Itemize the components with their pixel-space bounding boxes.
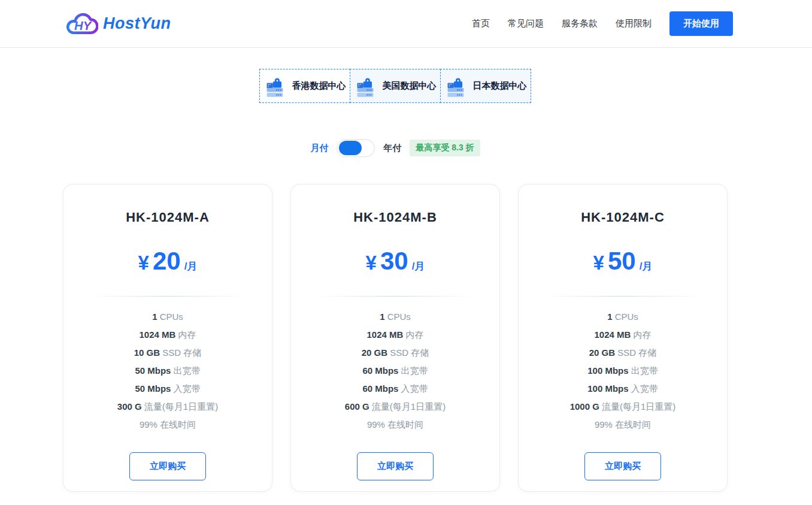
pricing-cards: HK-1024M-A ¥ 20 /月 1 CPUs1024 MB 内存10 GB… [63,184,728,492]
spec-value: 1 [380,312,384,322]
spec-label: 在线时间 [387,419,423,430]
spec-row: 1024 MB 内存 [570,330,676,339]
brand-logo[interactable]: HY HostYun [65,10,171,38]
plan-price: ¥ 50 /月 [593,247,653,276]
spec-label: 流量(每月1日重置) [602,401,675,412]
spec-value: 10 GB [134,347,160,358]
price-period: /月 [412,259,425,273]
spec-row: 100 Mbps 入宽带 [570,384,676,393]
spec-row: 10 GB SSD 存储 [117,348,218,357]
pricing-card: HK-1024M-A ¥ 20 /月 1 CPUs1024 MB 内存10 GB… [63,184,272,492]
price-amount: 30 [380,247,408,276]
spec-row: 99% 在线时间 [345,420,446,429]
spec-label: SSD 存储 [617,347,656,358]
plan-price: ¥ 20 /月 [138,247,198,276]
spec-value: 1024 MB [139,329,175,340]
spec-label: 在线时间 [615,419,651,430]
card-divider [317,296,474,297]
spec-label: CPUs [615,312,638,322]
spec-label: 流量(每月1日重置) [372,401,446,412]
nav-items: 首页常见问题服务条款使用限制 [472,18,652,29]
price-amount: 50 [608,247,636,276]
billing-period-toggle[interactable] [337,139,375,157]
spec-row: 1 CPUs [345,312,446,321]
price-amount: 20 [153,247,181,276]
spec-value: 50 Mbps [135,383,171,394]
nav-link[interactable]: 服务条款 [562,18,598,29]
spec-row: 1000 G 流量(每月1日重置) [570,402,676,411]
tab-label: 日本数据中心 [473,80,527,92]
plan-name: HK-1024M-A [126,210,210,225]
spec-value: 99% [367,419,385,430]
currency-symbol: ¥ [366,252,377,274]
buy-now-button[interactable]: 立即购买 [357,452,434,480]
spec-row: 100 Mbps 出宽带 [570,366,676,375]
toggle-knob [339,141,362,155]
spec-label: 出宽带 [174,365,201,376]
datacenter-tabs: 香港数据中心 [63,69,728,103]
spec-value: 20 GB [362,347,387,358]
spec-label: 入宽带 [631,383,658,394]
spec-value: 100 Mbps [587,383,628,394]
brand-name: HostYun [103,14,171,33]
get-started-button[interactable]: 开始使用 [669,11,733,36]
nav-link[interactable]: 常见问题 [508,18,544,29]
server-icon [263,75,286,98]
spec-value: 50 Mbps [135,365,171,376]
spec-row: 99% 在线时间 [570,420,676,429]
spec-label: 入宽带 [174,383,201,394]
buy-now-button[interactable]: 立即购买 [129,452,206,480]
spec-label: SSD 存储 [162,347,201,358]
top-header: HY HostYun 首页常见问题服务条款使用限制 开始使用 [0,0,812,48]
main-nav: 首页常见问题服务条款使用限制 开始使用 [472,11,733,36]
svg-text:HY: HY [74,19,93,32]
nav-link[interactable]: 使用限制 [616,18,652,29]
spec-label: 内存 [406,329,424,340]
tab-label: 美国数据中心 [383,80,437,92]
spec-value: 600 G [345,401,369,412]
spec-list: 1 CPUs1024 MB 内存20 GB SSD 存储100 Mbps 出宽带… [570,312,676,438]
spec-row: 50 Mbps 入宽带 [117,384,218,393]
discount-badge: 最高享受 8.3 折 [410,140,480,156]
spec-row: 20 GB SSD 存储 [570,348,676,357]
spec-row: 1024 MB 内存 [117,330,218,339]
spec-label: 内存 [178,329,196,340]
pricing-card: HK-1024M-B ¥ 30 /月 1 CPUs1024 MB 内存20 GB… [290,184,500,492]
nav-link[interactable]: 首页 [472,18,490,29]
spec-row: 1 CPUs [570,312,676,321]
spec-value: 20 GB [589,347,615,358]
spec-row: 60 Mbps 入宽带 [345,384,446,393]
spec-value: 300 G [117,401,142,412]
spec-row: 60 Mbps 出宽带 [345,366,446,375]
spec-value: 99% [595,419,613,430]
card-divider [544,296,701,297]
buy-now-button[interactable]: 立即购买 [584,452,661,480]
datacenter-tab[interactable]: 日本数据中心 [440,69,531,103]
spec-value: 99% [140,419,157,430]
spec-label: 流量(每月1日重置) [144,401,218,412]
plan-price: ¥ 30 /月 [366,247,425,276]
billing-toggle-row: 月付 年付 最高享受 8.3 折 [63,139,728,157]
spec-label: 出宽带 [631,365,658,376]
cloud-logo-icon: HY [65,10,98,38]
yearly-label: 年付 [383,143,401,154]
spec-row: 50 Mbps 出宽带 [117,366,218,375]
datacenter-tab[interactable]: 美国数据中心 [350,69,441,103]
plan-name: HK-1024M-C [581,210,665,225]
price-period: /月 [184,259,198,273]
spec-row: 600 G 流量(每月1日重置) [345,402,446,411]
spec-value: 60 Mbps [362,365,398,376]
spec-row: 300 G 流量(每月1日重置) [117,402,218,411]
price-period: /月 [640,259,653,273]
card-divider [89,296,246,297]
spec-value: 60 Mbps [362,383,398,394]
tab-label: 香港数据中心 [292,80,346,92]
server-icon [444,75,467,98]
currency-symbol: ¥ [593,252,604,274]
spec-label: 内存 [634,329,652,340]
server-icon [354,75,377,98]
spec-value: 1000 G [570,401,599,412]
spec-label: 入宽带 [401,383,428,394]
spec-row: 1024 MB 内存 [345,330,446,339]
datacenter-tab[interactable]: 香港数据中心 [259,69,350,103]
